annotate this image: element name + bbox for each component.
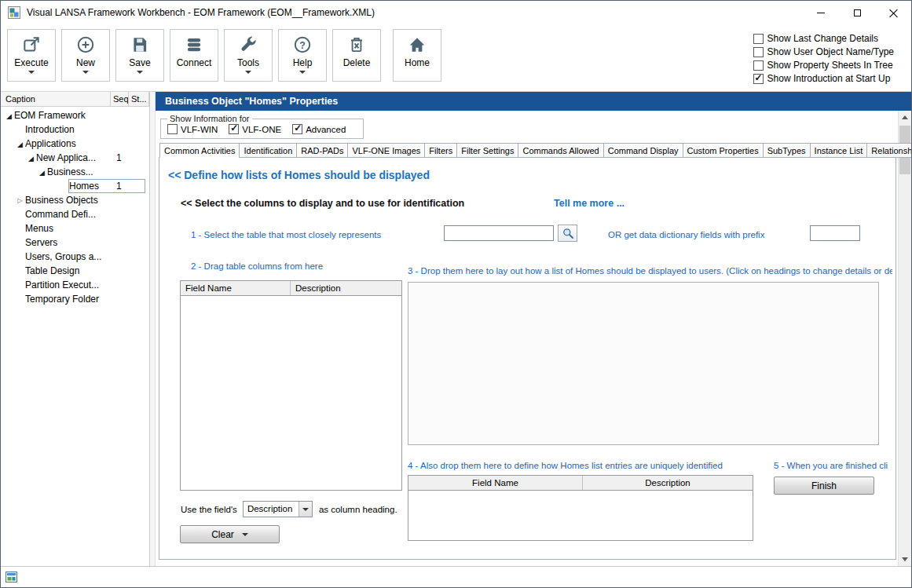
maximize-icon	[854, 9, 861, 16]
connect-button[interactable]: Connect	[170, 29, 218, 82]
tree-item-label: Homes	[69, 181, 112, 192]
checkbox-vlf-win[interactable]: VLF-WIN	[167, 124, 218, 134]
option-label[interactable]: Show User Object Name/Type	[767, 46, 894, 57]
checkbox[interactable]	[753, 60, 764, 71]
tree-item-users-groups[interactable]: Users, Groups a...	[1, 250, 149, 264]
source-table-header-description[interactable]: Description	[291, 281, 401, 295]
new-button[interactable]: New	[61, 29, 110, 82]
checkbox[interactable]	[229, 124, 239, 134]
tree-item-temporary-folder[interactable]: Temporary Folder	[1, 292, 149, 306]
clear-button[interactable]: Clear	[180, 525, 280, 543]
checkbox[interactable]	[753, 34, 764, 44]
identification-table-header-field-name[interactable]: Field Name	[408, 476, 583, 490]
chevron-down-icon	[302, 508, 309, 511]
tab-common-activities[interactable]: Common Activities	[159, 143, 240, 158]
help-button[interactable]: ? Help	[278, 29, 327, 82]
tree-item-eom-framework[interactable]: EOM Framework	[1, 108, 149, 122]
properties-header: Business Object "Homes" Properties	[156, 92, 911, 111]
close-button[interactable]	[875, 1, 911, 24]
option-show-last-change-details[interactable]: Show Last Change Details	[753, 33, 894, 44]
minimize-icon	[817, 13, 825, 13]
tab-subtypes[interactable]: SubTypes	[763, 143, 811, 158]
section-heading: << Select the columns to display and to …	[181, 198, 464, 209]
table-search-button[interactable]	[558, 225, 577, 242]
prefix-input[interactable]	[810, 225, 860, 241]
scrollbar-track[interactable]	[899, 124, 911, 553]
source-table-header-field-name[interactable]: Field Name	[181, 281, 291, 295]
identification-table-header-description[interactable]: Description	[583, 476, 753, 490]
tab-rad-pads[interactable]: RAD-PADs	[296, 143, 348, 158]
option-show-property-sheets-in-tree[interactable]: Show Property Sheets In Tree	[753, 60, 894, 71]
toolbar: Execute New	[1, 24, 911, 92]
tree-item-menus[interactable]: Menus	[1, 221, 149, 236]
tab-commands-allowed[interactable]: Commands Allowed	[518, 143, 603, 158]
tools-button[interactable]: Tools	[224, 29, 273, 82]
execute-icon	[21, 33, 42, 57]
column-header-status[interactable]: St...	[129, 92, 149, 106]
tree-item-business[interactable]: Business...	[1, 165, 149, 179]
tab-relationships[interactable]: Relationships	[866, 143, 912, 158]
tab-vlf-one-images[interactable]: VLF-ONE Images	[347, 143, 425, 158]
scroll-down-button[interactable]	[899, 553, 911, 566]
show-information-groupbox: Show Information for VLF-WIN VLF-ONE	[160, 114, 364, 139]
vertical-scrollbar[interactable]	[898, 111, 911, 566]
columns-drop-area[interactable]	[408, 282, 879, 445]
tab-filters[interactable]: Filters	[424, 143, 457, 158]
checkbox[interactable]	[292, 124, 302, 134]
combo-dropdown-button[interactable]	[299, 502, 312, 517]
option-label[interactable]: Show Last Change Details	[767, 33, 878, 44]
tree-expander-icon[interactable]	[15, 192, 25, 208]
tree-expander-icon[interactable]	[37, 165, 47, 180]
option-show-user-object-name-type[interactable]: Show User Object Name/Type	[753, 46, 894, 57]
titlebar: Visual LANSA Framework Workbench - EOM F…	[1, 1, 911, 24]
dropdown-caret-icon	[82, 71, 89, 74]
step1-label: 1 - Select the table that most closely r…	[191, 230, 381, 239]
table-search-input[interactable]	[444, 225, 554, 241]
checkbox-advanced[interactable]: Advanced	[292, 124, 346, 134]
tree-item-homes[interactable]: Homes 1	[1, 179, 149, 193]
maximize-button[interactable]	[839, 1, 875, 24]
tab-command-display[interactable]: Command Display	[603, 143, 683, 158]
tree-item-label: Business Objects	[25, 195, 112, 206]
tree-expander-icon[interactable]	[26, 151, 36, 166]
panel-splitter[interactable]	[150, 92, 156, 566]
checkbox-label[interactable]: VLF-ONE	[242, 125, 281, 134]
tree-item-command-definitions[interactable]: Command Defi...	[1, 207, 149, 221]
status-bar-icon[interactable]	[5, 572, 18, 583]
tree-item-business-objects[interactable]: Business Objects	[1, 193, 149, 207]
tree-expander-icon[interactable]	[15, 137, 25, 152]
save-button[interactable]: Save	[115, 29, 164, 82]
tree-item-applications[interactable]: Applications	[1, 137, 149, 151]
checkbox[interactable]	[167, 124, 178, 134]
home-button[interactable]: Home	[393, 29, 441, 82]
tab-identification[interactable]: Identification	[239, 143, 297, 158]
option-label[interactable]: Show Property Sheets In Tree	[767, 60, 893, 71]
tree-item-partition-execution[interactable]: Partition Execut...	[1, 278, 149, 292]
minimize-button[interactable]	[803, 1, 839, 24]
tree-item-new-application[interactable]: New Applica... 1	[1, 151, 149, 165]
tree-item-table-design[interactable]: Table Design	[1, 264, 149, 278]
option-show-introduction-at-startup[interactable]: Show Introduction at Start Up	[753, 73, 894, 84]
scroll-up-button[interactable]	[899, 111, 911, 124]
option-label[interactable]: Show Introduction at Start Up	[767, 73, 891, 84]
tab-instance-list[interactable]: Instance List	[810, 143, 868, 158]
column-header-caption[interactable]: Caption	[1, 92, 111, 106]
checkbox-label[interactable]: Advanced	[306, 125, 346, 134]
tree-item-servers[interactable]: Servers	[1, 236, 149, 250]
tree-item-introduction[interactable]: Introduction	[1, 122, 149, 137]
column-header-seq[interactable]: Seq	[111, 92, 129, 106]
delete-button[interactable]: Delete	[332, 29, 381, 82]
checkbox-vlf-one[interactable]: VLF-ONE	[229, 124, 281, 134]
checkbox-label[interactable]: VLF-WIN	[181, 125, 218, 134]
checkbox[interactable]	[753, 47, 764, 57]
checkbox[interactable]	[753, 74, 764, 84]
tell-me-more-link[interactable]: Tell me more ...	[554, 198, 624, 209]
execute-button[interactable]: Execute	[7, 29, 56, 82]
finish-button[interactable]: Finish	[774, 477, 874, 495]
tab-filter-settings[interactable]: Filter Settings	[456, 143, 518, 158]
tab-custom-properties[interactable]: Custom Properties	[683, 143, 764, 158]
tree-expander-icon[interactable]	[4, 108, 14, 123]
column-heading-select[interactable]: Description	[243, 501, 313, 517]
chevron-down-icon	[242, 533, 248, 536]
toolbar-button-label: Help	[293, 57, 313, 68]
